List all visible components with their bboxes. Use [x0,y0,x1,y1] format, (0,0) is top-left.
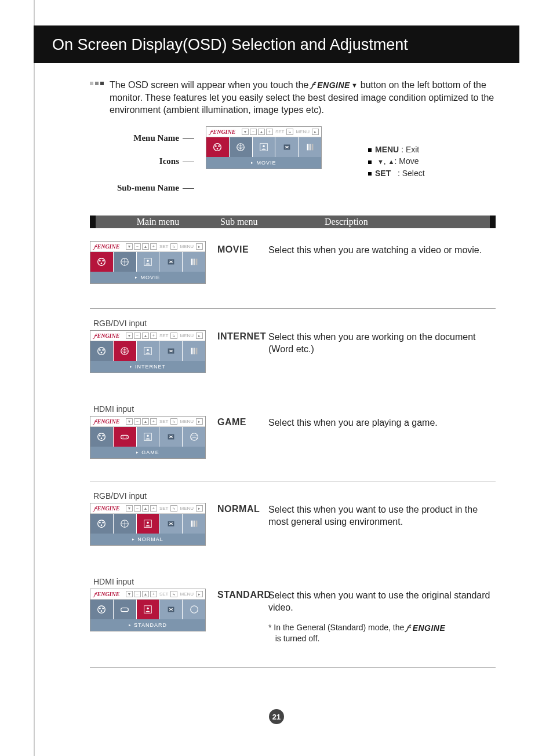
svg-point-58 [101,610,103,612]
svg-point-41 [147,434,149,437]
row-internet: RGB/DVI input 𝑓·ENGINE▼−▲+SET↳MENU▸ ▸INT… [90,316,496,373]
header-bar: On Screen Display(OSD) Selection and Adj… [34,25,519,63]
sub-standard: STANDARD [217,590,275,600]
svg-rect-21 [195,259,197,265]
svg-point-6 [263,145,265,147]
separator [90,667,496,668]
svg-point-24 [103,349,104,351]
osd-submenu-label: ▸MOVIE [206,157,321,169]
svg-point-1 [215,145,217,147]
input-label-hdmi2: HDMI input [93,577,214,586]
input-label-hdmi: HDMI input [93,404,214,414]
svg-rect-19 [191,259,192,265]
down-triangle-icon: ▼ [377,158,384,165]
svg-point-25 [101,352,103,353]
desc-normal: Select this when you want to use the pro… [268,504,494,528]
svg-point-38 [123,437,124,438]
svg-point-35 [103,435,104,437]
minus-icon: − [250,129,257,135]
svg-point-23 [99,349,101,351]
page-number: 21 [269,709,284,724]
bars-icon [183,514,205,534]
plus-icon: + [266,129,273,135]
up-triangle-icon: ▲ [388,158,395,165]
side-vertical-rule [34,0,35,756]
svg-point-28 [147,349,149,351]
desc-movie: Select this when you are watching a vide… [268,244,494,257]
close-box-icon [159,252,183,272]
fengine-inline-note: 𝑓·ENGINE [406,623,445,633]
svg-rect-9 [309,144,311,151]
svg-point-34 [99,435,101,437]
svg-point-39 [126,437,127,438]
movie-icon [90,600,114,619]
sport-icon [183,600,205,619]
user-icon [137,341,160,361]
svg-point-57 [103,608,104,609]
movie-icon [206,137,230,157]
svg-point-63 [190,606,198,613]
col-sub-menu: Sub menu [220,217,307,227]
input-label-rgb2: RGB/DVI input [93,491,214,501]
svg-rect-10 [311,144,313,151]
svg-point-13 [103,260,104,262]
input-label-rgb: RGB/DVI input [93,319,214,328]
svg-point-36 [101,437,103,439]
fengine-label: ENGINE [317,80,350,91]
svg-point-47 [101,524,103,526]
bars-icon [183,252,205,272]
user-icon [137,514,160,534]
set-box-icon: ↳ [286,129,293,135]
intro-paragraph: The OSD screen will appear when you touc… [90,79,496,116]
svg-rect-31 [193,348,195,355]
label-icons: Icons [159,156,179,166]
user-icon [137,427,160,447]
svg-rect-30 [191,348,192,355]
svg-rect-53 [193,521,195,527]
user-icon [137,600,160,619]
bars-icon [183,341,205,361]
svg-point-2 [219,145,220,147]
user-icon [253,137,276,157]
movie-icon [90,427,114,447]
legend-set-key: SET [375,169,391,178]
osd-diagram: Menu Name Icons Sub-menu Name 𝑓·ENGINE ▼… [90,126,496,196]
sub-movie: MOVIE [217,244,275,255]
label-menu-name: Menu Name [133,133,179,143]
sub-game: GAME [217,417,275,428]
svg-point-56 [99,608,101,609]
svg-rect-20 [193,259,195,265]
sub-internet: INTERNET [217,331,275,342]
movie-icon [90,341,114,361]
internet-icon [114,341,137,361]
svg-rect-59 [121,608,129,611]
svg-point-33 [98,433,105,441]
legend-move-txt: : Move [394,156,419,166]
desc-internet: Select this when you are working on the … [268,331,494,356]
separator [90,308,496,309]
svg-point-61 [147,607,149,609]
svg-point-12 [99,260,101,262]
legend-set-txt: : Select [398,169,425,178]
fengine-logo: 𝑓·ENGINE [206,129,239,136]
set-label: SET [274,129,286,135]
internet-icon [114,514,137,534]
col-description: Description [307,217,490,227]
svg-point-17 [147,260,149,262]
button-legend: MENU : Exit ▼, ▲: Move SET : Select [368,144,425,179]
svg-point-11 [98,258,105,266]
row-game: HDMI input 𝑓·ENGINE▼−▲+SET↳MENU▸ ▸GAME G… [90,402,496,459]
menu-label: MENU [294,129,311,135]
note-pre: * In the General (Standard) mode, the [268,623,406,632]
fengine-button-inline: 𝑓·ENGINE ▼ [311,80,358,91]
movie-icon [90,252,114,272]
up-icon: ▲ [258,129,265,135]
svg-point-14 [101,262,103,264]
svg-point-46 [103,522,104,524]
osd-sample-box: 𝑓·ENGINE ▼− ▲+ SET↳ MENU▸ ▸MOVIE [206,126,322,169]
close-box-icon [159,514,183,534]
movie-icon [90,514,114,534]
note-post: is turned off. [273,634,320,643]
legend-menu-txt: : Exit [401,145,419,154]
close-box-icon [159,600,183,619]
